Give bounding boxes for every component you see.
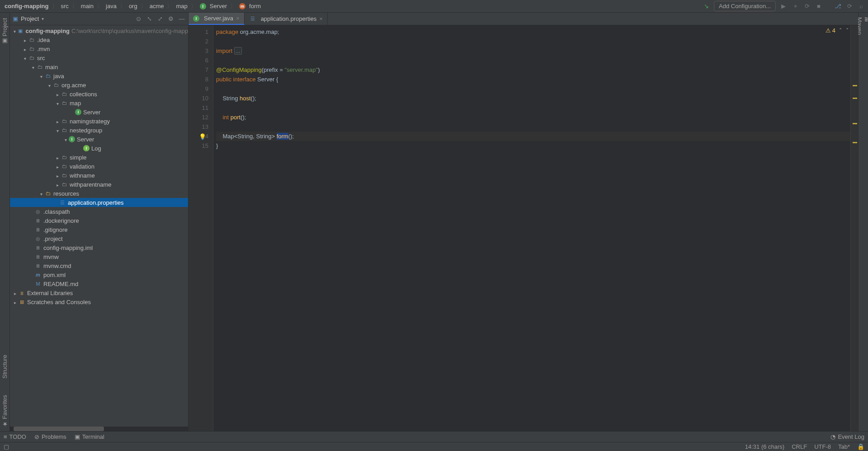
tree-interface[interactable]: IServer: [10, 135, 188, 144]
code-line[interactable]: import ...: [216, 46, 850, 56]
tree-folder[interactable]: 🗀.mvn: [10, 44, 188, 53]
line-number[interactable]: 6: [189, 56, 208, 65]
warning-marker[interactable]: [853, 98, 857, 99]
tree-scratches[interactable]: ⊞Scratches and Consoles: [10, 297, 188, 306]
tree-file[interactable]: ◎.classpath: [10, 207, 188, 216]
structure-tool-button[interactable]: Structure: [1, 351, 8, 382]
event-log-button[interactable]: ◔Event Log: [830, 433, 864, 440]
tree-file[interactable]: 🗎mvnw.cmd: [10, 261, 188, 270]
tree-package[interactable]: 🗀simple: [10, 153, 188, 162]
expand-toggle[interactable]: [54, 181, 61, 188]
update-icon[interactable]: ⟳: [845, 2, 854, 10]
expand-toggle[interactable]: [38, 73, 44, 80]
favorites-tool-button[interactable]: ★Favorites: [1, 391, 8, 431]
expand-toggle[interactable]: [54, 154, 61, 161]
project-view-selector[interactable]: ▣ Project ▾: [13, 15, 135, 22]
tree-package[interactable]: 🗀map: [10, 99, 188, 108]
warning-marker[interactable]: [853, 123, 857, 124]
line-number[interactable]: 13: [189, 122, 208, 132]
intention-bulb-icon[interactable]: 💡: [199, 132, 206, 141]
tree-file[interactable]: mpom.xml: [10, 270, 188, 279]
tree-package[interactable]: 🗀withparentname: [10, 180, 188, 189]
breadcrumb-item[interactable]: mform: [237, 2, 263, 10]
line-number[interactable]: 2: [189, 37, 208, 46]
expand-toggle[interactable]: [12, 290, 18, 296]
breadcrumb-item[interactable]: src: [59, 2, 71, 10]
warning-marker[interactable]: [853, 142, 857, 143]
breadcrumb-item[interactable]: map: [174, 2, 189, 10]
stop-icon[interactable]: ■: [815, 2, 823, 10]
expand-toggle[interactable]: [54, 172, 61, 179]
tree-folder[interactable]: 🗀resources: [10, 189, 188, 198]
tree-file[interactable]: 🗎mvnw: [10, 252, 188, 261]
indent-config[interactable]: Tab*: [838, 443, 850, 450]
code-editor[interactable]: 1 2 3 6 7 8 9 10 11 12 13 14 15 package …: [189, 25, 858, 431]
expand-toggle[interactable]: [62, 136, 69, 143]
breadcrumb-item[interactable]: acme: [148, 2, 166, 10]
expand-toggle[interactable]: [22, 55, 28, 61]
caret-position[interactable]: 14:31 (6 chars): [745, 443, 784, 450]
line-number[interactable]: 10: [189, 94, 208, 103]
run-icon[interactable]: ▶: [779, 2, 788, 10]
breadcrumb-item[interactable]: main: [79, 2, 95, 10]
todo-tool-button[interactable]: ≡TODO: [4, 433, 26, 440]
expand-toggle[interactable]: [54, 100, 61, 107]
expand-toggle[interactable]: [46, 82, 52, 89]
expand-toggle[interactable]: [12, 299, 18, 305]
breadcrumb-item[interactable]: org: [127, 2, 139, 10]
code-line[interactable]: [216, 56, 850, 65]
tree-file[interactable]: 🗎.gitignore: [10, 225, 188, 234]
tree-file-selected[interactable]: ☰application.properties: [10, 198, 188, 207]
tree-file[interactable]: 🗎config-mapping.iml: [10, 243, 188, 252]
prev-highlight-icon[interactable]: ˄: [839, 27, 842, 34]
tree-file[interactable]: ◎.project: [10, 234, 188, 243]
tool-window-toggle-icon[interactable]: ▢: [4, 443, 9, 450]
line-number[interactable]: 8: [189, 75, 208, 84]
tree-external-libs[interactable]: ⫼External Libraries: [10, 288, 188, 297]
next-highlight-icon[interactable]: ˅: [846, 27, 849, 34]
breadcrumb-item[interactable]: config-mapping: [3, 2, 51, 10]
expand-toggle[interactable]: [38, 190, 44, 197]
editor-tab-server[interactable]: IServer.java×: [189, 13, 245, 25]
breadcrumb-item[interactable]: java: [104, 2, 118, 10]
expand-toggle[interactable]: [54, 91, 61, 98]
tree-file[interactable]: MREADME.md: [10, 279, 188, 288]
code-line[interactable]: [216, 84, 850, 94]
tree-interface[interactable]: ILog: [10, 144, 188, 153]
code-line[interactable]: @ConfigMapping(prefix = "server.map"): [216, 65, 850, 75]
error-stripe[interactable]: [851, 25, 858, 431]
line-number[interactable]: 12: [189, 113, 208, 122]
scrollbar-thumb[interactable]: [14, 427, 104, 431]
tree-package[interactable]: 🗀nestedgroup: [10, 126, 188, 135]
tree-package[interactable]: 🗀validation: [10, 162, 188, 171]
warning-marker[interactable]: [853, 85, 857, 86]
git-icon[interactable]: ⎇: [834, 2, 842, 10]
code-line[interactable]: String host();: [216, 94, 850, 103]
line-number[interactable]: 15: [189, 141, 208, 150]
line-separator[interactable]: CRLF: [792, 443, 807, 450]
code-line[interactable]: [216, 103, 850, 113]
fold-region[interactable]: ...: [234, 47, 242, 55]
search-icon[interactable]: ⌕: [857, 2, 865, 10]
line-number[interactable]: 11: [189, 103, 208, 113]
line-number-gutter[interactable]: 1 2 3 6 7 8 9 10 11 12 13 14 15: [189, 25, 213, 431]
expand-toggle[interactable]: [54, 118, 61, 125]
debug-icon[interactable]: ⌖: [791, 2, 799, 10]
code-line[interactable]: }: [216, 141, 850, 150]
breadcrumb-item[interactable]: IServer: [198, 2, 229, 10]
code-line[interactable]: [216, 37, 850, 46]
expand-toggle[interactable]: [54, 163, 61, 170]
tree-folder[interactable]: 🗀.idea: [10, 35, 188, 44]
line-number[interactable]: 3: [189, 46, 208, 56]
tree-root[interactable]: ▣config-mappingC:\work\src\tmp\quarkus\m…: [10, 26, 188, 35]
warning-count[interactable]: ⚠4: [826, 27, 835, 34]
build-icon[interactable]: ↘: [702, 2, 710, 10]
expand-toggle[interactable]: [22, 46, 28, 52]
terminal-tool-button[interactable]: ▣Terminal: [75, 433, 104, 440]
file-encoding[interactable]: UTF-8: [814, 443, 831, 450]
code-content[interactable]: package org.acme.map; import ... @Config…: [213, 25, 850, 431]
collapse-icon[interactable]: ⤢: [156, 15, 164, 22]
expand-toggle[interactable]: [12, 28, 17, 34]
line-number[interactable]: 1: [189, 27, 208, 37]
project-tool-button[interactable]: ▣Project: [1, 14, 8, 48]
